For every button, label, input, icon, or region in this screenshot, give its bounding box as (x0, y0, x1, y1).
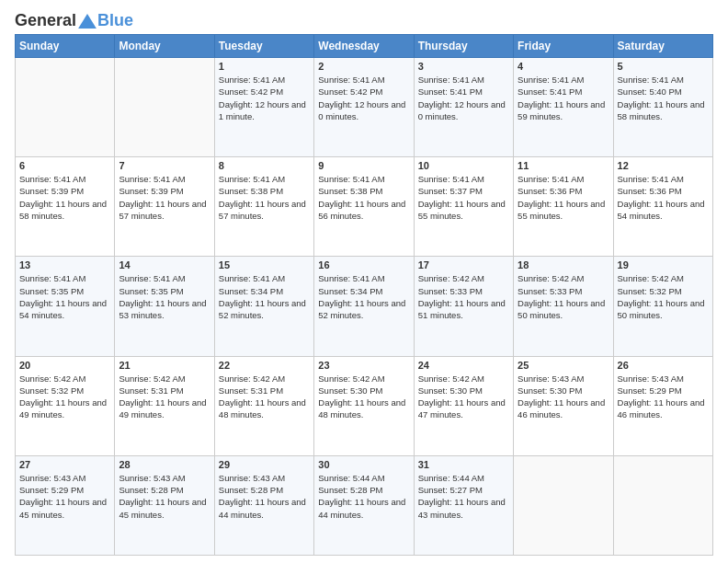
day-info: Sunrise: 5:41 AM Sunset: 5:41 PM Dayligh… (518, 74, 609, 122)
calendar-week-row: 6Sunrise: 5:41 AM Sunset: 5:39 PM Daylig… (16, 157, 713, 257)
day-info: Sunrise: 5:42 AM Sunset: 5:32 PM Dayligh… (618, 272, 709, 321)
calendar-day-cell: 18Sunrise: 5:42 AM Sunset: 5:33 PM Dayli… (514, 257, 613, 356)
day-info: Sunrise: 5:41 AM Sunset: 5:35 PM Dayligh… (19, 272, 110, 321)
calendar-day-cell: 21Sunrise: 5:42 AM Sunset: 5:31 PM Dayli… (115, 356, 214, 455)
calendar-day-cell: 19Sunrise: 5:42 AM Sunset: 5:32 PM Dayli… (613, 257, 712, 356)
calendar-day-cell: 20Sunrise: 5:42 AM Sunset: 5:32 PM Dayli… (16, 356, 115, 455)
page: GeneralBlue SundayMondayTuesdayWednesday… (0, 0, 728, 563)
day-number: 23 (318, 360, 409, 371)
day-number: 3 (418, 61, 509, 72)
day-info: Sunrise: 5:41 AM Sunset: 5:38 PM Dayligh… (219, 173, 310, 222)
calendar-day-cell: 6Sunrise: 5:41 AM Sunset: 5:39 PM Daylig… (16, 157, 115, 257)
day-number: 24 (418, 360, 509, 371)
calendar-day-cell: 27Sunrise: 5:43 AM Sunset: 5:29 PM Dayli… (16, 455, 115, 555)
calendar-day-header: Tuesday (214, 35, 313, 58)
day-info: Sunrise: 5:42 AM Sunset: 5:33 PM Dayligh… (418, 272, 509, 321)
logo-blue-text: Blue (97, 11, 133, 29)
day-number: 10 (418, 160, 509, 171)
calendar-day-cell: 14Sunrise: 5:41 AM Sunset: 5:35 PM Dayli… (115, 257, 214, 356)
calendar-day-cell: 26Sunrise: 5:43 AM Sunset: 5:29 PM Dayli… (613, 356, 712, 455)
calendar-day-cell: 12Sunrise: 5:41 AM Sunset: 5:36 PM Dayli… (613, 157, 712, 257)
day-info: Sunrise: 5:41 AM Sunset: 5:37 PM Dayligh… (418, 173, 509, 222)
calendar-day-cell: 9Sunrise: 5:41 AM Sunset: 5:38 PM Daylig… (314, 157, 414, 257)
day-number: 21 (119, 360, 210, 371)
calendar-day-cell: 22Sunrise: 5:42 AM Sunset: 5:31 PM Dayli… (214, 356, 313, 455)
day-info: Sunrise: 5:43 AM Sunset: 5:29 PM Dayligh… (618, 373, 709, 421)
day-number: 12 (618, 160, 709, 171)
day-number: 25 (518, 360, 609, 371)
calendar-day-cell: 30Sunrise: 5:44 AM Sunset: 5:28 PM Dayli… (314, 455, 414, 555)
calendar-day-header: Friday (514, 35, 613, 58)
day-info: Sunrise: 5:41 AM Sunset: 5:35 PM Dayligh… (119, 272, 210, 321)
day-number: 14 (119, 259, 210, 270)
day-info: Sunrise: 5:41 AM Sunset: 5:36 PM Dayligh… (518, 173, 609, 222)
calendar-day-cell: 11Sunrise: 5:41 AM Sunset: 5:36 PM Dayli… (514, 157, 613, 257)
day-number: 26 (618, 360, 709, 371)
day-info: Sunrise: 5:42 AM Sunset: 5:31 PM Dayligh… (219, 373, 310, 421)
calendar-day-cell: 28Sunrise: 5:43 AM Sunset: 5:28 PM Dayli… (115, 455, 214, 555)
day-number: 16 (318, 259, 409, 270)
logo-general-text: General (15, 11, 76, 30)
calendar-week-row: 1Sunrise: 5:41 AM Sunset: 5:42 PM Daylig… (16, 58, 713, 157)
day-number: 22 (219, 360, 310, 371)
day-number: 5 (618, 61, 709, 72)
calendar-day-header: Wednesday (314, 35, 414, 58)
day-info: Sunrise: 5:44 AM Sunset: 5:28 PM Dayligh… (318, 472, 409, 521)
calendar-day-cell: 31Sunrise: 5:44 AM Sunset: 5:27 PM Dayli… (414, 455, 513, 555)
calendar-day-header: Sunday (16, 35, 115, 58)
calendar-day-cell: 23Sunrise: 5:42 AM Sunset: 5:30 PM Dayli… (314, 356, 414, 455)
day-info: Sunrise: 5:41 AM Sunset: 5:34 PM Dayligh… (219, 272, 310, 321)
calendar-day-cell: 2Sunrise: 5:41 AM Sunset: 5:42 PM Daylig… (314, 58, 414, 157)
day-number: 31 (418, 459, 509, 470)
calendar-day-header: Saturday (613, 35, 712, 58)
day-number: 7 (119, 160, 210, 171)
day-number: 20 (19, 360, 110, 371)
calendar-day-cell: 7Sunrise: 5:41 AM Sunset: 5:39 PM Daylig… (115, 157, 214, 257)
logo-icon (77, 13, 97, 29)
day-number: 19 (618, 259, 709, 270)
logo: GeneralBlue (15, 11, 133, 30)
calendar-day-cell: 17Sunrise: 5:42 AM Sunset: 5:33 PM Dayli… (414, 257, 513, 356)
calendar-day-cell (514, 455, 613, 555)
day-info: Sunrise: 5:41 AM Sunset: 5:42 PM Dayligh… (219, 74, 310, 122)
day-info: Sunrise: 5:41 AM Sunset: 5:39 PM Dayligh… (19, 173, 110, 222)
calendar-day-header: Monday (115, 35, 214, 58)
day-info: Sunrise: 5:41 AM Sunset: 5:41 PM Dayligh… (418, 74, 509, 122)
day-number: 8 (219, 160, 310, 171)
day-info: Sunrise: 5:41 AM Sunset: 5:34 PM Dayligh… (318, 272, 409, 321)
calendar-day-cell: 16Sunrise: 5:41 AM Sunset: 5:34 PM Dayli… (314, 257, 414, 356)
day-info: Sunrise: 5:41 AM Sunset: 5:42 PM Dayligh… (318, 74, 409, 122)
day-info: Sunrise: 5:43 AM Sunset: 5:28 PM Dayligh… (219, 472, 310, 521)
calendar-day-cell: 8Sunrise: 5:41 AM Sunset: 5:38 PM Daylig… (214, 157, 313, 257)
calendar-day-cell: 24Sunrise: 5:42 AM Sunset: 5:30 PM Dayli… (414, 356, 513, 455)
day-number: 27 (19, 459, 110, 470)
calendar-day-cell: 1Sunrise: 5:41 AM Sunset: 5:42 PM Daylig… (214, 58, 313, 157)
day-number: 9 (318, 160, 409, 171)
calendar-day-cell: 29Sunrise: 5:43 AM Sunset: 5:28 PM Dayli… (214, 455, 313, 555)
day-number: 11 (518, 160, 609, 171)
day-info: Sunrise: 5:41 AM Sunset: 5:38 PM Dayligh… (318, 173, 409, 222)
day-info: Sunrise: 5:41 AM Sunset: 5:36 PM Dayligh… (618, 173, 709, 222)
header: GeneralBlue (15, 11, 713, 30)
logo-area: GeneralBlue (15, 11, 133, 30)
calendar-day-cell (16, 58, 115, 157)
calendar-day-cell: 3Sunrise: 5:41 AM Sunset: 5:41 PM Daylig… (414, 58, 513, 157)
calendar-day-header: Thursday (414, 35, 513, 58)
day-number: 30 (318, 459, 409, 470)
day-number: 2 (318, 61, 409, 72)
svg-marker-0 (78, 13, 97, 28)
day-info: Sunrise: 5:42 AM Sunset: 5:32 PM Dayligh… (19, 373, 110, 421)
calendar: SundayMondayTuesdayWednesdayThursdayFrid… (15, 34, 713, 556)
day-number: 18 (518, 259, 609, 270)
day-info: Sunrise: 5:42 AM Sunset: 5:30 PM Dayligh… (318, 373, 409, 421)
calendar-week-row: 13Sunrise: 5:41 AM Sunset: 5:35 PM Dayli… (16, 257, 713, 356)
day-info: Sunrise: 5:42 AM Sunset: 5:31 PM Dayligh… (119, 373, 210, 421)
day-number: 28 (119, 459, 210, 470)
calendar-week-row: 20Sunrise: 5:42 AM Sunset: 5:32 PM Dayli… (16, 356, 713, 455)
day-number: 4 (518, 61, 609, 72)
day-number: 15 (219, 259, 310, 270)
calendar-day-cell: 4Sunrise: 5:41 AM Sunset: 5:41 PM Daylig… (514, 58, 613, 157)
day-info: Sunrise: 5:42 AM Sunset: 5:30 PM Dayligh… (418, 373, 509, 421)
day-info: Sunrise: 5:43 AM Sunset: 5:30 PM Dayligh… (518, 373, 609, 421)
calendar-day-cell: 15Sunrise: 5:41 AM Sunset: 5:34 PM Dayli… (214, 257, 313, 356)
